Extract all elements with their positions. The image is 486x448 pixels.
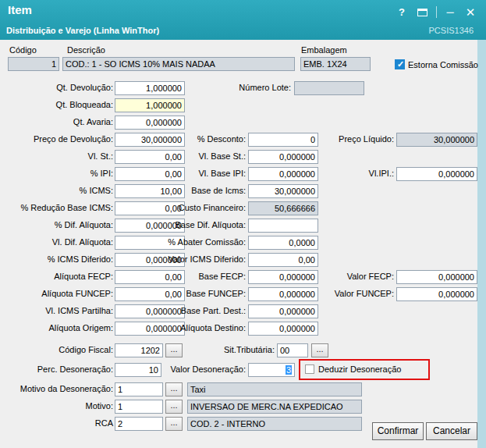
rca-field[interactable]: 2 bbox=[115, 417, 163, 431]
motivo-desoneracao-text-field: Taxi bbox=[187, 382, 362, 396]
vl-base-st-label: Vl. Base St.: bbox=[125, 151, 246, 162]
aliquota-fecp-label: Alíquota FECP: bbox=[2, 272, 113, 283]
custo-financeiro-field: 50,666666 bbox=[248, 201, 318, 215]
sit-tributaria-label: Sit.Tributária: bbox=[187, 345, 275, 356]
embalagem-label: Embalagem bbox=[301, 45, 347, 56]
minimize-icon[interactable]: ─ bbox=[443, 5, 457, 20]
aliquota-destino-label: Alíquota Destino: bbox=[125, 323, 246, 334]
perc-abater-comissao-label: % Abater Comissão: bbox=[125, 237, 246, 248]
base-icms-field[interactable]: 30,000000 bbox=[248, 184, 318, 198]
base-part-dest-field[interactable]: 0,000000 bbox=[248, 304, 318, 318]
help-icon[interactable]: ? bbox=[395, 5, 409, 20]
preco-liquido-label: Preço Líquido: bbox=[296, 134, 394, 145]
descricao-field: COD.: 1 - SO ICMS 10% MAIS NADAA bbox=[62, 57, 295, 71]
base-funcep-label: Base FUNCEP: bbox=[125, 289, 246, 300]
confirmar-button[interactable]: Confirmar bbox=[372, 422, 424, 440]
perc-reducao-base-icms-label: % Redução Base ICMS: bbox=[2, 203, 113, 214]
perc-ipi-label: % IPI: bbox=[2, 169, 113, 180]
codigo-label: Código bbox=[9, 45, 37, 56]
vl-st-label: Vl. St.: bbox=[2, 151, 113, 162]
valor-funcep-label: Valor FUNCEP: bbox=[296, 289, 394, 300]
qt-bloqueada-label: Qt. Bloqueada: bbox=[2, 100, 113, 111]
base-icms-label: Base de Icms: bbox=[125, 186, 246, 197]
valor-desoneracao-field[interactable]: 3 bbox=[248, 363, 295, 377]
descricao-label: Descrição bbox=[67, 45, 105, 56]
valor-desoneracao-label: Valor Desoneração: bbox=[133, 364, 246, 375]
codigo-fiscal-field[interactable]: 1202 bbox=[115, 343, 163, 357]
title-bar: Item ? ─ ✕ Distribuição e Varejo (Linha … bbox=[0, 0, 486, 40]
numero-lote-field bbox=[294, 81, 364, 95]
base-fecp-label: Base FECP: bbox=[125, 272, 246, 283]
sit-tributaria-field[interactable]: 00 bbox=[277, 343, 308, 357]
window-title: Item bbox=[8, 3, 32, 16]
perc-dif-aliquota-label: % Dif. Alíquota: bbox=[2, 220, 113, 231]
vl-ipi-field[interactable]: 0,000000 bbox=[396, 167, 477, 181]
qt-devolucao-field[interactable]: 1,000000 bbox=[115, 81, 185, 95]
codigo-field: 1 bbox=[8, 57, 59, 71]
vl-base-st-field[interactable]: 0,000000 bbox=[248, 150, 318, 164]
qt-devolucao-label: Qt. Devolução: bbox=[2, 83, 113, 94]
aliquota-destino-field[interactable]: 0,000000 bbox=[248, 322, 318, 336]
base-part-dest-label: Base Part. Dest.: bbox=[125, 306, 246, 317]
window-subtitle: Distribuição e Varejo (Linha WinThor) bbox=[6, 26, 159, 35]
numero-lote-label: Número Lote: bbox=[187, 83, 291, 94]
motivo-label: Motivo: bbox=[2, 401, 113, 412]
titlebar-separator bbox=[436, 6, 437, 18]
perc-desoneracao-label: Perc. Desoneração: bbox=[2, 364, 113, 375]
motivo-field[interactable]: 1 bbox=[115, 400, 163, 414]
base-dif-aliquota-label: Base Dif. Alíquota: bbox=[125, 220, 246, 231]
rca-browse-button[interactable]: ... bbox=[165, 417, 183, 431]
valor-icms-diferido-label: Valor ICMS Diferido: bbox=[125, 254, 246, 265]
motivo-browse-button[interactable]: ... bbox=[165, 400, 183, 414]
motivo-desoneracao-field[interactable]: 1 bbox=[115, 382, 163, 396]
aliquota-funcep-label: Alíquota FUNCEP: bbox=[2, 289, 113, 300]
motivo-text-field: INVERSAO DE MERC.NA EXPEDICAO bbox=[187, 400, 362, 414]
embalagem-field: EMB. 1X24 bbox=[300, 57, 371, 71]
vl-dif-aliquota-label: Vl. Dif. Alíquota: bbox=[2, 237, 113, 248]
custo-financeiro-label: Custo Financeiro: bbox=[125, 203, 246, 214]
rca-label: RCA bbox=[2, 418, 113, 429]
deduzir-desoneracao-label: Deduzir Desoneração bbox=[318, 364, 401, 375]
program-code: PCSIS1346 bbox=[429, 26, 474, 35]
sit-tributaria-browse-button[interactable]: ... bbox=[311, 343, 328, 357]
qt-bloqueada-field[interactable]: 1,000000 bbox=[115, 98, 185, 112]
valor-icms-diferido-field[interactable]: 0,00 bbox=[248, 253, 318, 267]
window-frame-right bbox=[477, 40, 486, 448]
valor-fecp-label: Valor FECP: bbox=[296, 272, 394, 283]
motivo-desoneracao-label: Motivo da Desoneração: bbox=[2, 384, 113, 395]
vl-ipi-label: Vl.IPI.: bbox=[296, 169, 394, 180]
vl-base-ipi-label: Vl. Base IPI: bbox=[125, 169, 246, 180]
close-icon[interactable]: ✕ bbox=[463, 5, 477, 20]
selected-value-text: 3 bbox=[286, 365, 292, 375]
maximize-icon[interactable] bbox=[417, 9, 427, 16]
estorna-comissao-label: Estorna Comissão bbox=[408, 60, 478, 71]
item-dialog: Item ? ─ ✕ Distribuição e Varejo (Linha … bbox=[0, 0, 486, 448]
valor-fecp-field[interactable]: 0,000000 bbox=[396, 270, 477, 284]
perc-abater-comissao-field[interactable]: 0,0000 bbox=[248, 236, 318, 250]
cancelar-button[interactable]: Cancelar bbox=[426, 422, 477, 440]
codigo-fiscal-label: Código Fiscal: bbox=[2, 345, 113, 356]
motivo-desoneracao-browse-button[interactable]: ... bbox=[165, 382, 183, 396]
base-dif-aliquota-field[interactable] bbox=[248, 219, 318, 233]
deduzir-desoneracao-checkbox[interactable] bbox=[305, 364, 314, 374]
perc-icms-diferido-label: % ICMS Diferido: bbox=[2, 254, 113, 265]
preco-devolucao-label: Preço de Devolução: bbox=[2, 134, 113, 145]
qt-avaria-label: Qt. Avaria: bbox=[2, 117, 113, 128]
rca-text-field: COD. 2 - INTERNO bbox=[187, 417, 362, 431]
valor-funcep-field[interactable]: 0,000000 bbox=[396, 287, 477, 301]
preco-liquido-field: 30,000000 bbox=[396, 133, 477, 147]
vl-icms-partilha-label: Vl. ICMS Partilha: bbox=[2, 306, 113, 317]
estorna-comissao-checkbox[interactable] bbox=[395, 59, 405, 69]
codigo-fiscal-browse-button[interactable]: ... bbox=[165, 343, 183, 357]
qt-avaria-field[interactable]: 0,000000 bbox=[115, 116, 185, 130]
aliquota-origem-label: Alíquota Origem: bbox=[2, 323, 113, 334]
perc-icms-label: % ICMS: bbox=[2, 186, 113, 197]
perc-desconto-label: % Desconto: bbox=[125, 134, 246, 145]
